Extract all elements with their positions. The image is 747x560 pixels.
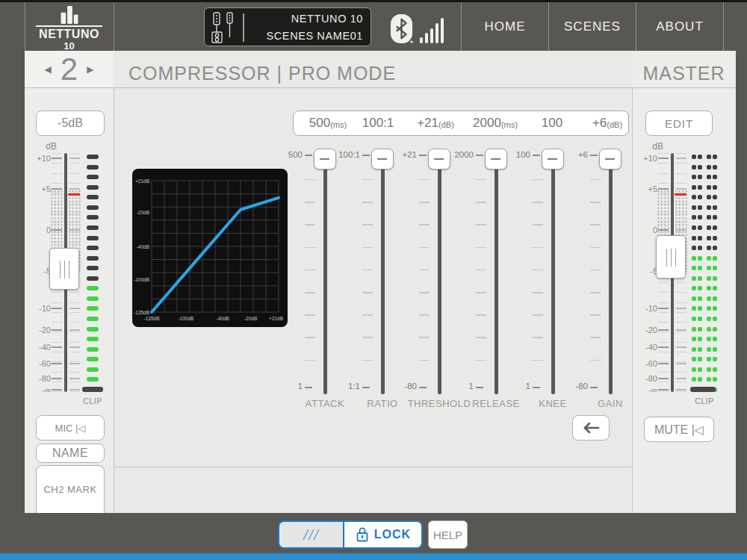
meter-led-row — [692, 327, 717, 332]
meter-led — [698, 306, 702, 311]
meter-led — [698, 266, 702, 270]
slider-min-label: 1:1 — [326, 382, 360, 391]
meter-led-pair — [707, 266, 717, 270]
channel-gain-button[interactable]: -5dB — [36, 111, 105, 136]
meter-led — [87, 286, 99, 290]
slider-name-label: GAIN — [554, 398, 666, 409]
meter-led — [707, 286, 711, 290]
meter-led — [698, 236, 702, 240]
fader-tick — [676, 329, 686, 331]
readout-unit: (ms) — [330, 117, 347, 129]
screen-wipe-button[interactable] — [278, 520, 344, 549]
slider-tick — [476, 155, 483, 156]
meter-led — [87, 215, 99, 220]
nav-home[interactable]: HOME — [461, 2, 548, 51]
meter-led — [713, 357, 717, 361]
meter-led — [713, 175, 717, 179]
fader-scale-label: -∞ — [33, 385, 51, 395]
channel-name-label[interactable]: CH2 MARK — [36, 465, 105, 513]
lock-button[interactable]: LOCK — [344, 520, 423, 549]
slider-max-label: 2000 — [440, 150, 474, 159]
left-side-strip — [0, 0, 25, 560]
scene-status-display: NETTUNO 10 SCENES NAME01 — [204, 7, 371, 46]
meter-led-pair — [692, 347, 702, 352]
meter-led-pair — [692, 357, 702, 361]
fader-scale-label: -10 — [33, 303, 51, 314]
readout-knee: 100 — [542, 111, 562, 135]
meter-led — [707, 377, 711, 382]
meter-led — [692, 317, 696, 321]
slider-min-label: 1 — [497, 382, 530, 391]
meter-led — [713, 367, 717, 372]
meter-led-pair — [692, 215, 702, 220]
channel-next-icon[interactable]: ▶ — [87, 64, 93, 75]
meter-led-pair — [707, 367, 717, 372]
header-divider — [723, 2, 724, 51]
meter-led — [87, 205, 99, 210]
meter-led — [692, 225, 696, 230]
slider-tick — [419, 387, 427, 388]
meter-led-pair — [692, 276, 702, 281]
graph-x-tick: -100dB — [178, 316, 193, 321]
meter-led — [87, 276, 99, 281]
name-button[interactable]: NAME — [36, 444, 105, 463]
meter-led-pair — [692, 367, 702, 372]
meter-led-pair — [707, 155, 717, 159]
meter-led — [692, 347, 696, 352]
meter-led — [87, 306, 99, 311]
meter-led-row — [692, 317, 717, 321]
channel-prev-icon[interactable]: ◀ — [45, 64, 52, 75]
mic-mute-button[interactable]: MIC |◁ — [36, 415, 105, 441]
graph-x-tick: -135dB — [144, 316, 160, 321]
meter-led-pair — [692, 185, 702, 190]
fader-scale-label: -5 — [33, 266, 51, 276]
fader-tick — [69, 363, 80, 364]
meter-led — [692, 195, 696, 199]
graph-y-tick: +21dB — [135, 178, 149, 184]
nav-scenes[interactable]: SCENES — [548, 2, 636, 51]
slider-max-label: 100 — [497, 150, 530, 159]
meter-led-row — [692, 337, 717, 341]
meter-led — [698, 327, 702, 332]
meter-led-pair — [692, 246, 702, 250]
master-mute-button[interactable]: MUTE |◁ — [644, 417, 714, 442]
readout-unit: (ms) — [501, 117, 518, 129]
hatch-icon — [295, 526, 328, 544]
master-edit-button[interactable]: EDIT — [645, 111, 713, 136]
meter-led-pair — [692, 286, 702, 290]
help-button[interactable]: HELP — [428, 520, 468, 549]
clip-led — [82, 387, 103, 392]
meter-led — [707, 155, 711, 159]
slider-minor-ticks — [590, 179, 601, 382]
meter-led — [698, 256, 702, 261]
fader-tick — [69, 329, 80, 331]
fader-scale-label: -80 — [33, 373, 51, 384]
meter-led — [87, 347, 99, 352]
nav-about[interactable]: ABOUT — [636, 2, 723, 51]
meter-led — [707, 195, 711, 199]
fader-tick — [52, 378, 62, 379]
channel-fader-knob[interactable] — [49, 248, 79, 290]
meter-led — [707, 215, 711, 220]
meter-led-row — [692, 195, 717, 199]
fader-unit-label: dB — [37, 141, 57, 152]
signal-bars-icon — [420, 16, 450, 43]
back-button[interactable] — [572, 415, 610, 441]
fader-tick — [52, 363, 62, 364]
meter-led-row — [692, 367, 717, 372]
bluetooth-icon — [390, 14, 415, 46]
slider-track[interactable] — [609, 151, 613, 394]
slider-min-label: -80 — [554, 382, 588, 391]
meter-led — [87, 337, 99, 341]
slider-knob-gain[interactable] — [599, 149, 622, 169]
meter-led — [87, 367, 99, 372]
meter-led-row — [692, 357, 717, 361]
meter-led — [692, 276, 696, 281]
meter-led — [713, 337, 717, 341]
meter-led-pair — [707, 337, 717, 341]
fader-tick — [52, 308, 62, 309]
lock-button-group: LOCK — [278, 520, 423, 549]
clip-label: CLIP — [688, 396, 721, 405]
meter-led-pair — [707, 256, 717, 261]
meter-led — [713, 306, 717, 311]
